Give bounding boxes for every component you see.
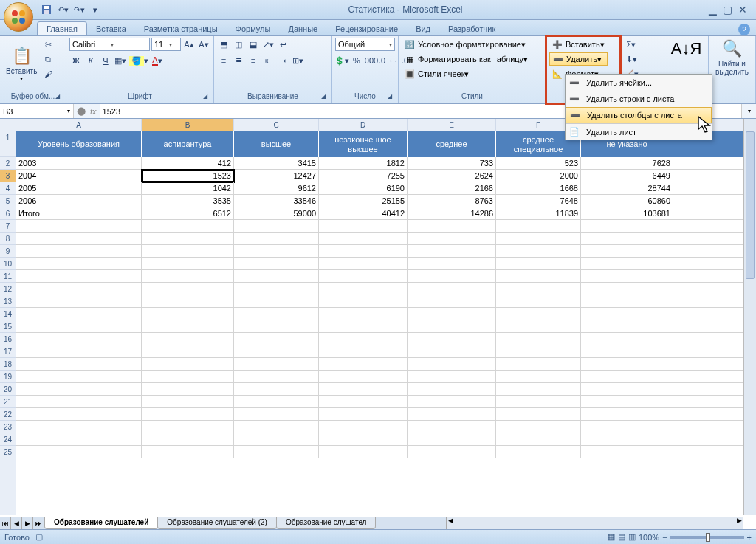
cell[interactable]: 3415	[234, 157, 319, 170]
cell[interactable]	[408, 421, 496, 433]
cell[interactable]	[142, 270, 234, 283]
cell[interactable]	[581, 433, 673, 446]
alignment-launcher-icon[interactable]: ◢	[321, 93, 330, 102]
cell-styles-button[interactable]: 🔳Стили ячеек▾	[402, 67, 531, 80]
cell[interactable]	[496, 233, 581, 245]
cell[interactable]	[319, 320, 408, 333]
cell[interactable]: 28744	[581, 182, 673, 195]
cell[interactable]: 2624	[408, 170, 496, 182]
cell[interactable]	[496, 433, 581, 446]
cell[interactable]	[673, 333, 743, 345]
row-header-15[interactable]: 15	[0, 320, 16, 333]
cell[interactable]	[673, 320, 743, 333]
cell[interactable]	[234, 270, 319, 283]
cell[interactable]	[408, 220, 496, 233]
cell[interactable]	[234, 358, 319, 371]
tab-рецензирование[interactable]: Рецензирование	[326, 22, 407, 35]
row-header-5[interactable]: 5	[0, 195, 16, 207]
cell[interactable]	[581, 333, 673, 345]
cell[interactable]	[408, 371, 496, 383]
cancel-formula-icon[interactable]: ⬤	[77, 106, 86, 116]
cell[interactable]	[319, 383, 408, 396]
cell[interactable]	[496, 333, 581, 345]
cell[interactable]	[319, 245, 408, 258]
cell[interactable]	[408, 345, 496, 358]
cell[interactable]	[234, 220, 319, 233]
cell[interactable]	[142, 295, 234, 308]
cell[interactable]	[408, 258, 496, 270]
cell[interactable]	[581, 396, 673, 408]
cell[interactable]	[496, 358, 581, 371]
row-header-24[interactable]: 24	[0, 433, 16, 446]
col-header-A[interactable]: A	[16, 119, 142, 131]
format-painter-icon[interactable]: 🖌	[41, 67, 55, 80]
cell[interactable]	[673, 170, 743, 182]
cell[interactable]	[673, 396, 743, 408]
col-header-C[interactable]: C	[234, 119, 319, 131]
cell[interactable]	[496, 421, 581, 433]
cell[interactable]	[234, 320, 319, 333]
row-header-21[interactable]: 21	[0, 396, 16, 408]
row-header-13[interactable]: 13	[0, 295, 16, 308]
cell[interactable]	[142, 320, 234, 333]
cell[interactable]	[16, 233, 142, 245]
cell[interactable]	[581, 245, 673, 258]
row-header-2[interactable]: 2	[0, 157, 16, 170]
format-as-table-button[interactable]: ▦Форматировать как таблицу▾	[402, 52, 531, 66]
cell[interactable]	[234, 258, 319, 270]
cell[interactable]	[496, 446, 581, 458]
cell[interactable]: Уровень образования	[16, 131, 142, 157]
cell[interactable]	[234, 408, 319, 421]
cell[interactable]	[142, 333, 234, 345]
cell[interactable]	[408, 358, 496, 371]
autosum-icon[interactable]: Σ▾	[623, 38, 639, 51]
col-header-D[interactable]: D	[319, 119, 408, 131]
cell[interactable]: 2000	[496, 170, 581, 182]
cell[interactable]: 2003	[16, 157, 142, 170]
horizontal-scrollbar[interactable]: ◀ ▶	[446, 517, 743, 529]
cell[interactable]: 8763	[408, 195, 496, 207]
formula-bar-expand-icon[interactable]: ▾	[741, 104, 756, 118]
cell[interactable]	[234, 245, 319, 258]
redo-icon[interactable]: ↷▾	[72, 3, 86, 16]
cell[interactable]	[673, 195, 743, 207]
cell[interactable]	[234, 233, 319, 245]
cell[interactable]	[142, 245, 234, 258]
row-header-7[interactable]: 7	[0, 220, 16, 233]
cell[interactable]	[234, 283, 319, 295]
cell[interactable]	[581, 270, 673, 283]
cell[interactable]	[581, 258, 673, 270]
cell[interactable]	[16, 333, 142, 345]
cell[interactable]: 2005	[16, 182, 142, 195]
cell[interactable]	[581, 408, 673, 421]
cell[interactable]	[581, 446, 673, 458]
cell[interactable]: 12427	[234, 170, 319, 182]
cell[interactable]	[234, 446, 319, 458]
font-size-combo[interactable]: ▾	[151, 38, 181, 51]
row-header-3[interactable]: 3	[0, 170, 16, 182]
cell[interactable]	[16, 320, 142, 333]
zoom-out-icon[interactable]: −	[662, 533, 667, 542]
cell[interactable]: 33546	[234, 195, 319, 207]
row-header-17[interactable]: 17	[0, 345, 16, 358]
last-sheet-icon[interactable]: ⏭	[33, 517, 44, 529]
tab-главная[interactable]: Главная	[37, 21, 87, 35]
align-middle-icon[interactable]: ◫	[232, 38, 245, 51]
cell[interactable]	[319, 308, 408, 320]
row-header-11[interactable]: 11	[0, 270, 16, 283]
cell[interactable]	[496, 270, 581, 283]
cell[interactable]	[673, 408, 743, 421]
cell[interactable]: 412	[142, 157, 234, 170]
macro-record-icon[interactable]: ▢	[35, 532, 43, 542]
cell[interactable]: 7628	[581, 157, 673, 170]
next-sheet-icon[interactable]: ▶	[22, 517, 33, 529]
cell[interactable]	[319, 358, 408, 371]
cell[interactable]	[16, 433, 142, 446]
cell[interactable]	[496, 408, 581, 421]
delete-cells-button[interactable]: ➖Удалить▾	[549, 52, 608, 66]
cell[interactable]	[581, 358, 673, 371]
cell[interactable]	[319, 270, 408, 283]
cell[interactable]: среднее	[408, 131, 496, 157]
cell[interactable]	[673, 371, 743, 383]
name-box[interactable]: B3▾	[0, 104, 74, 118]
